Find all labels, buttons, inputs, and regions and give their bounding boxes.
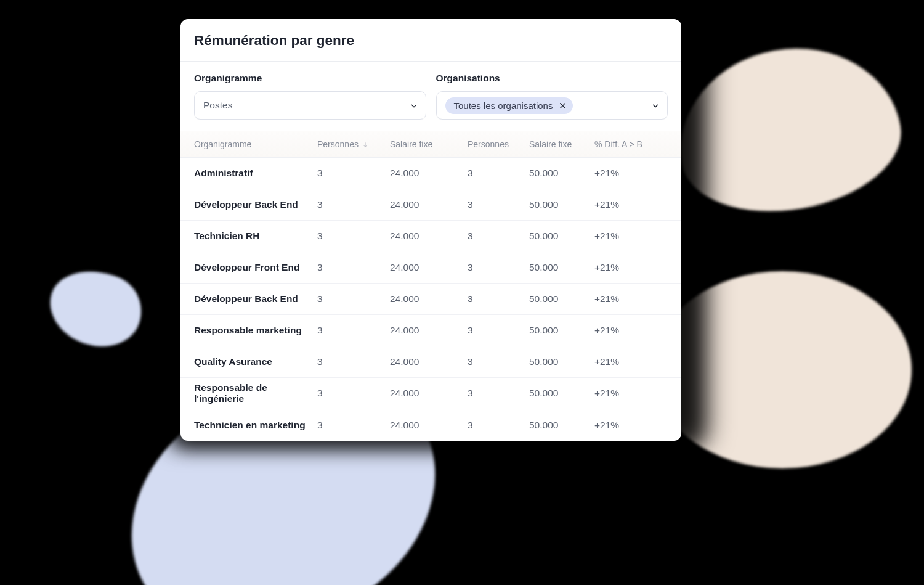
organigramme-dropdown[interactable]: Postes: [194, 91, 426, 120]
row-diff: +21%: [594, 231, 656, 242]
col-personnes-b[interactable]: Personnes: [468, 139, 529, 149]
row-salary-a: 24.000: [390, 199, 468, 210]
filter-label-organisations: Organisations: [436, 73, 668, 84]
row-persons-b: 3: [468, 325, 529, 336]
row-name: Développeur Back End: [194, 293, 317, 305]
table-row[interactable]: Administratif324.000350.000+21%: [180, 158, 681, 189]
row-persons-a: 3: [317, 356, 390, 367]
row-persons-b: 3: [468, 388, 529, 399]
remove-tag-button[interactable]: [559, 102, 567, 110]
row-diff: +21%: [594, 325, 656, 336]
row-persons-b: 3: [468, 199, 529, 210]
row-persons-b: 3: [468, 231, 529, 242]
row-name: Administratif: [194, 168, 317, 179]
row-persons-a: 3: [317, 388, 390, 399]
row-persons-b: 3: [468, 293, 529, 305]
card-title: Rémunération par genre: [194, 33, 668, 49]
row-diff: +21%: [594, 420, 656, 431]
row-persons-a: 3: [317, 199, 390, 210]
filter-label-organigramme: Organigramme: [194, 73, 426, 84]
row-salary-a: 24.000: [390, 325, 468, 336]
table-row[interactable]: Quality Asurance324.000350.000+21%: [180, 346, 681, 378]
row-salary-b: 50.000: [529, 356, 594, 367]
row-persons-b: 3: [468, 262, 529, 273]
col-salaire-b[interactable]: Salaire fixe: [529, 139, 594, 149]
row-name: Développeur Front End: [194, 262, 317, 273]
row-salary-a: 24.000: [390, 262, 468, 273]
row-diff: +21%: [594, 356, 656, 367]
sort-down-icon: [362, 141, 368, 148]
row-salary-a: 24.000: [390, 168, 468, 179]
organisations-tag: Toutes les organisations: [445, 97, 573, 114]
row-salary-a: 24.000: [390, 231, 468, 242]
row-name: Responsable marketing: [194, 325, 317, 336]
row-salary-b: 50.000: [529, 168, 594, 179]
table-row[interactable]: Responsable marketing324.000350.000+21%: [180, 315, 681, 346]
row-salary-b: 50.000: [529, 420, 594, 431]
row-name: Développeur Back End: [194, 199, 317, 210]
row-persons-b: 3: [468, 356, 529, 367]
row-salary-b: 50.000: [529, 231, 594, 242]
organisations-dropdown[interactable]: Toutes les organisations: [436, 91, 668, 120]
row-diff: +21%: [594, 168, 656, 179]
table-body: Administratif324.000350.000+21%Développe…: [180, 158, 681, 441]
col-diff[interactable]: % Diff. A > B: [594, 139, 656, 149]
row-name: Technicien en marketing: [194, 420, 317, 431]
row-name: Responsable de l'ingénierie: [194, 382, 317, 404]
table-row[interactable]: Responsable de l'ingénierie324.000350.00…: [180, 378, 681, 409]
table-row[interactable]: Développeur Front End324.000350.000+21%: [180, 252, 681, 284]
row-salary-b: 50.000: [529, 388, 594, 399]
row-name: Technicien RH: [194, 231, 317, 242]
row-salary-b: 50.000: [529, 262, 594, 273]
row-diff: +21%: [594, 199, 656, 210]
chevron-down-icon: [410, 102, 417, 109]
row-persons-a: 3: [317, 420, 390, 431]
col-personnes-a[interactable]: Personnes: [317, 139, 390, 149]
row-salary-a: 24.000: [390, 356, 468, 367]
table-row[interactable]: Développeur Back End324.000350.000+21%: [180, 189, 681, 221]
row-persons-a: 3: [317, 231, 390, 242]
compensation-card: Rémunération par genre Organigramme Post…: [180, 19, 681, 441]
row-persons-b: 3: [468, 420, 529, 431]
table-header: Organigramme Personnes Salaire fixe Pers…: [180, 131, 681, 158]
filter-organisations: Organisations Toutes les organisations: [436, 73, 668, 120]
row-diff: +21%: [594, 262, 656, 273]
table-row[interactable]: Technicien en marketing324.000350.000+21…: [180, 409, 681, 441]
row-salary-a: 24.000: [390, 388, 468, 399]
chevron-down-icon: [651, 102, 659, 109]
row-persons-a: 3: [317, 325, 390, 336]
col-salaire-a[interactable]: Salaire fixe: [390, 139, 468, 149]
table-row[interactable]: Développeur Back End324.000350.000+21%: [180, 284, 681, 315]
organisations-tag-label: Toutes les organisations: [454, 100, 553, 111]
card-header: Rémunération par genre: [180, 19, 681, 61]
row-name: Quality Asurance: [194, 356, 317, 367]
row-salary-b: 50.000: [529, 325, 594, 336]
row-salary-b: 50.000: [529, 293, 594, 305]
row-salary-a: 24.000: [390, 293, 468, 305]
row-persons-a: 3: [317, 262, 390, 273]
row-diff: +21%: [594, 293, 656, 305]
row-persons-a: 3: [317, 293, 390, 305]
row-persons-b: 3: [468, 168, 529, 179]
filter-organigramme: Organigramme Postes: [194, 73, 426, 120]
organigramme-value: Postes: [203, 100, 232, 111]
row-salary-a: 24.000: [390, 420, 468, 431]
row-salary-b: 50.000: [529, 199, 594, 210]
col-organigramme[interactable]: Organigramme: [194, 139, 317, 149]
row-persons-a: 3: [317, 168, 390, 179]
filters-row: Organigramme Postes Organisations Toutes…: [180, 62, 681, 131]
row-diff: +21%: [594, 388, 656, 399]
table-row[interactable]: Technicien RH324.000350.000+21%: [180, 221, 681, 252]
